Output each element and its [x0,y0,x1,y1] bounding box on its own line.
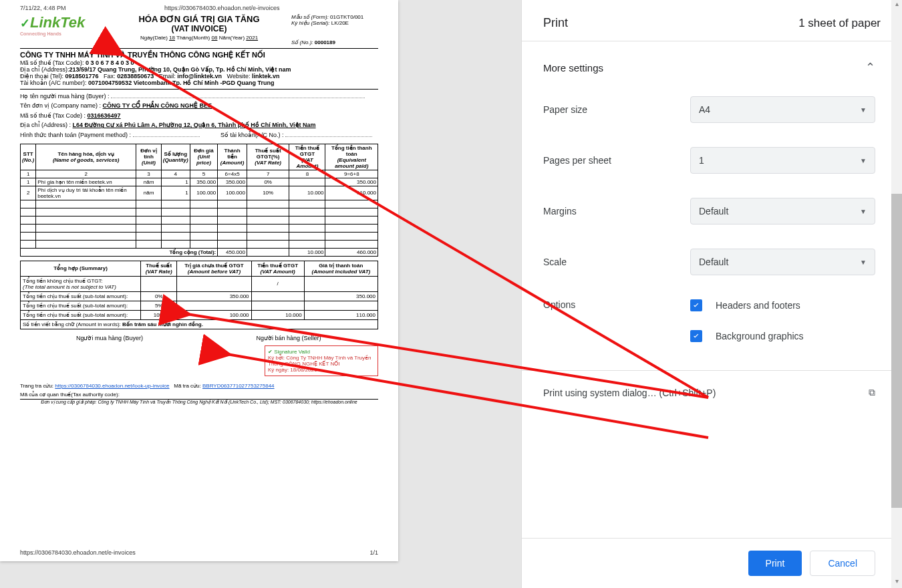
pages-per-sheet-label: Pages per sheet [543,155,690,166]
scroll-down-icon[interactable]: ▾ [891,577,902,588]
pages-per-sheet-select[interactable]: 1▼ [690,147,875,174]
chevron-up-icon: ⌃ [865,60,875,75]
margins-label: Margins [543,206,690,216]
invoice-no: Số (No.): 0000189 [291,39,378,45]
invoice-title: HÓA ĐƠN GIÁ TRỊ GIA TĂNG [111,14,287,24]
invoice-subtitle: (VAT INVOICE) [111,24,287,33]
chevron-down-icon: ▼ [860,208,867,215]
scrollbar[interactable]: ▴ ▾ [891,0,902,588]
print-dialog-sidebar: Print 1 sheet of paper More settings ⌃ P… [521,0,902,588]
hf-url: https://0306784030.ehoadon.net/e-invoice… [164,5,280,11]
table-row: 2Phí dịch vụ duy trì tài khoản tên miền … [21,186,378,200]
chevron-down-icon: ▼ [860,106,867,114]
print-title: Print [543,16,568,30]
table-row: 1Phí gia hạn tên miền beetek.vnnăm 1350.… [21,178,378,186]
summary-table: Tổng hợp (Summary) Thuế suất(VAT Rate) T… [20,261,378,329]
paper-size-select[interactable]: A4▼ [690,96,875,123]
scale-select[interactable]: Default▼ [690,249,875,275]
buyer-sign: Người mua hàng (Buyer) [20,335,199,376]
seller-sign: Người bán hàng (Seller) [199,335,378,341]
logo-block: ✓LinkTek Connecting Hands [20,14,107,45]
headers-footers-checkbox[interactable] [690,299,702,311]
header-footer-bottom: https://0306784030.ehoadon.net/e-invoice… [20,548,378,557]
chevron-down-icon: ▼ [860,259,867,266]
invoice-serial: Ký hiệu (Serial): LK/20E [291,20,378,26]
print-button[interactable]: Print [748,551,802,576]
sheet-count: 1 sheet of paper [798,17,881,30]
paper-size-label: Paper size [543,104,690,115]
margins-select[interactable]: Default▼ [690,198,875,225]
cancel-button[interactable]: Cancel [810,551,875,576]
seller-name: CÔNG TY TNHH MÁY TÍNH VÀ TRUYỀN THÔNG CÔ… [20,51,378,59]
open-external-icon: ⧉ [869,387,875,398]
scroll-thumb[interactable] [891,194,902,508]
chevron-down-icon: ▼ [860,157,867,164]
background-graphics-label: Background graphics [716,331,804,341]
items-table: STT(No.) Tên hàng hóa, dịch vụ(Name of g… [20,144,378,257]
more-settings-toggle[interactable]: More settings ⌃ [522,41,902,84]
print-preview-page: 7/11/22, 4:48 PM https://0306784030.ehoa… [0,0,398,561]
scale-label: Scale [543,257,690,267]
hf-datetime: 7/11/22, 4:48 PM [20,5,66,11]
signature-box: ✔ Signature Valid Ký bởi: Công Ty TNHH M… [265,345,378,376]
header-footer-top: 7/11/22, 4:48 PM https://0306784030.ehoa… [20,3,378,13]
invoice-form: Mẫu số (Form): 01GTKT0/001 [291,14,378,20]
background-graphics-checkbox[interactable] [690,330,702,342]
system-dialog-link[interactable]: Print using system dialog… (Ctrl+Shift+P… [522,370,902,414]
scroll-up-icon[interactable]: ▴ [891,0,902,11]
headers-footers-label: Headers and footers [716,300,800,311]
options-label: Options [543,299,690,310]
invoice-date: Ngày(Date) 18 Tháng(Month) 08 Năm(Year) … [111,35,287,41]
